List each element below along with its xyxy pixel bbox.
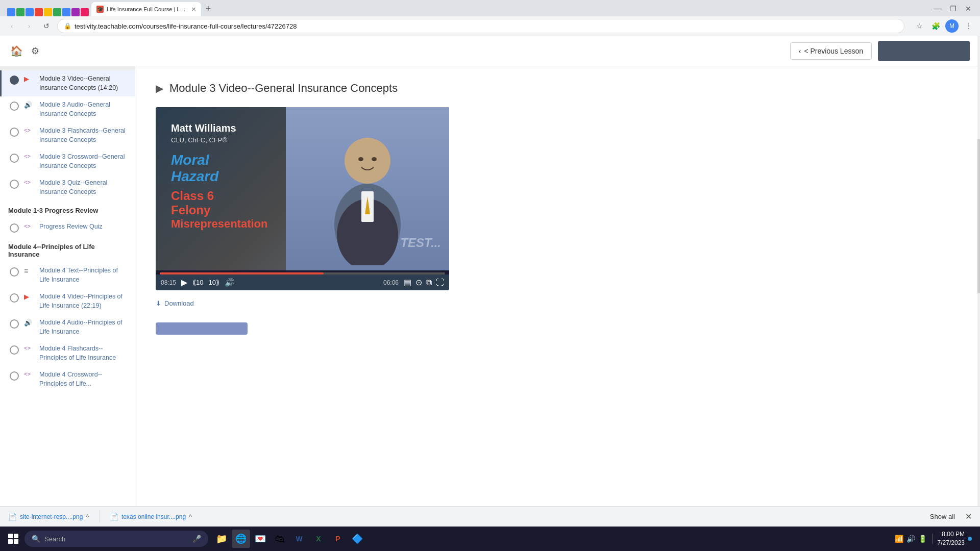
tab-close-btn[interactable]: ✕	[191, 6, 196, 13]
sidebar-item-m4-audio[interactable]: 🔊 Module 4 Audio--Principles of Life Ins…	[0, 314, 135, 340]
flashcard-type-icon: <>	[24, 127, 34, 133]
taskbar-app-store[interactable]: 🛍	[271, 530, 289, 548]
taskbar-app-chrome[interactable]: 🌐	[232, 530, 250, 548]
lesson-label-progress-quiz: Progress Review Quiz	[39, 222, 103, 232]
systray-divider	[932, 534, 933, 544]
prev-arrow-icon: ‹	[799, 47, 801, 55]
active-tab[interactable]: 🎓 Life Insurance Full Course | Lec... ✕	[91, 2, 201, 16]
profile-icon[interactable]: M	[945, 19, 959, 33]
sidebar-item-m4-text[interactable]: ≡ Module 4 Text--Principles of Life Insu…	[0, 262, 135, 288]
video-pip-btn[interactable]: ⧉	[426, 278, 432, 287]
taskbar: 🔍 Search 🎤 📁 🌐 💌 🛍 W X P 🔷 📶 🔊 🔋 8:00 PM…	[0, 527, 980, 551]
sidebar-item-m3-video[interactable]: ▶ Module 3 Video--General Insurance Conc…	[0, 70, 135, 96]
sidebar-item-m3-quiz[interactable]: <> Module 3 Quiz--General Insurance Conc…	[0, 174, 135, 201]
main-layout: ▶ Module 3 Video--General Insurance Conc…	[0, 66, 980, 551]
taskbar-app-word[interactable]: W	[290, 530, 308, 548]
home-icon[interactable]: 🏠	[10, 45, 23, 57]
show-all-button[interactable]: Show all	[930, 513, 955, 520]
video-right-controls: ▤ ⊙ ⧉ ⛶	[404, 278, 444, 287]
back-btn[interactable]: ‹	[5, 19, 18, 33]
sidebar: ▶ Module 3 Video--General Insurance Conc…	[0, 66, 135, 551]
app-container: 🏠 ⚙ ‹ < Previous Lesson ▶ Module 3 Video…	[0, 36, 980, 551]
extensions-icon[interactable]: 🧩	[929, 19, 942, 33]
taskbar-app-mail[interactable]: 💌	[251, 530, 270, 548]
sidebar-item-m4-flash[interactable]: <> Module 4 Flashcards--Principles of Li…	[0, 340, 135, 366]
download-item-chevron-2[interactable]: ^	[189, 513, 192, 520]
windows-square-bl	[8, 539, 13, 544]
sound-icon[interactable]: 🔊	[906, 535, 915, 543]
video-settings-btn[interactable]: ⊙	[415, 278, 422, 287]
forward-btn[interactable]: ›	[22, 19, 36, 33]
svg-point-1	[345, 138, 390, 184]
network-icon[interactable]: 📶	[895, 535, 903, 543]
bookmark-star-icon[interactable]: ☆	[913, 19, 926, 33]
reload-btn[interactable]: ↺	[40, 19, 53, 33]
video-progress-container	[156, 270, 449, 274]
lesson-circle-m3-quiz	[10, 180, 19, 189]
svg-point-6	[372, 157, 377, 161]
more-options-icon[interactable]: ⋮	[962, 19, 975, 33]
taskbar-search-bar[interactable]: 🔍 Search 🎤	[24, 531, 208, 547]
taskbar-time: 8:00 PM	[938, 530, 965, 539]
download-button[interactable]: ⬇ Download	[156, 296, 194, 310]
address-bar[interactable]: 🔒 testivity.teachable.com/courses/life-i…	[57, 19, 904, 33]
download-file-name-1[interactable]: site-internet-resp....png	[20, 513, 83, 520]
video-progress-bar[interactable]	[160, 272, 445, 274]
taskbar-search-icon: 🔍	[32, 535, 40, 543]
start-button[interactable]	[4, 530, 22, 548]
restore-btn[interactable]: ❐	[946, 2, 960, 15]
taskbar-app-excel[interactable]: X	[309, 530, 328, 548]
taskbar-app-files[interactable]: 📁	[212, 530, 231, 548]
download-file-name-2[interactable]: texas online insur....png	[121, 513, 186, 520]
windows-square-tl	[8, 534, 13, 538]
clock[interactable]: 8:00 PM 7/27/2023	[938, 530, 965, 547]
top-bar-left: 🏠 ⚙	[10, 45, 39, 57]
video-skip-back-btn[interactable]: ⟪10	[192, 279, 203, 286]
sidebar-item-progress-quiz[interactable]: <> Progress Review Quiz	[0, 218, 135, 237]
content-area: ▶ Module 3 Video--General Insurance Conc…	[135, 66, 980, 551]
video-volume-btn[interactable]: 🔊	[225, 278, 235, 287]
sidebar-scroll-top	[0, 66, 135, 70]
battery-icon[interactable]: 🔋	[918, 535, 927, 543]
taskbar-search-text: Search	[44, 535, 65, 543]
sidebar-item-m4-cross[interactable]: <> Module 4 Crossword--Principles of Lif…	[0, 366, 135, 392]
video-progress-fill	[160, 272, 324, 274]
sidebar-item-m4-video[interactable]: ▶ Module 4 Video--Principles of Life Ins…	[0, 288, 135, 314]
video-current-time: 08:15	[161, 279, 176, 286]
module4-title: Module 4--Principles of Life Insurance	[0, 237, 135, 262]
download-file-icon-1: 📄	[8, 513, 17, 521]
taskbar-app-edge[interactable]: 🔷	[348, 530, 366, 548]
lesson-label-m3-cross: Module 3 Crossword--General Insurance Co…	[39, 153, 127, 170]
minimize-btn[interactable]: —	[931, 2, 944, 15]
video-skip-forward-btn[interactable]: 10⟫	[209, 279, 219, 286]
video-fullscreen-btn[interactable]: ⛶	[436, 278, 444, 287]
close-btn[interactable]: ✕	[962, 2, 975, 15]
crossword-type-icon: <>	[24, 153, 34, 159]
module3-section: ▶ Module 3 Video--General Insurance Conc…	[0, 70, 135, 201]
browser-tab-bar: 🎓 Life Insurance Full Course | Lec... ✕ …	[0, 0, 980, 16]
browser-chrome: 🎓 Life Insurance Full Course | Lec... ✕ …	[0, 0, 980, 36]
sidebar-item-m3-flash[interactable]: <> Module 3 Flashcards--General Insuranc…	[0, 122, 135, 148]
taskbar-app-ppt[interactable]: P	[329, 530, 347, 548]
windows-logo	[8, 534, 18, 544]
browser-action-buttons: ☆ 🧩 M ⋮	[913, 19, 975, 33]
crossword-type-icon-m4: <>	[24, 371, 34, 377]
sidebar-item-m3-audio[interactable]: 🔊 Module 3 Audio--General Insurance Conc…	[0, 96, 135, 122]
lesson-circle-m3-cross	[10, 154, 19, 163]
lesson-label-m4-audio: Module 4 Audio--Principles of Life Insur…	[39, 318, 127, 336]
progress-quiz-type-icon: <>	[24, 223, 34, 229]
lesson-circle-m4-video	[10, 293, 19, 303]
download-item-chevron-1[interactable]: ^	[86, 513, 89, 520]
module4-section: Module 4--Principles of Life Insurance ≡…	[0, 237, 135, 392]
prev-lesson-button[interactable]: ‹ < Previous Lesson	[790, 42, 872, 60]
next-lesson-button[interactable]	[878, 41, 970, 61]
sidebar-item-m3-cross[interactable]: <> Module 3 Crossword--General Insurance…	[0, 148, 135, 174]
video-captions-btn[interactable]: ▤	[404, 278, 411, 287]
download-bar-close-icon[interactable]: ✕	[965, 512, 972, 521]
new-tab-btn[interactable]: +	[202, 2, 215, 15]
video-play-button[interactable]: ▶	[181, 278, 187, 287]
flashcard-type-icon-m4: <>	[24, 345, 34, 351]
download-file-icon-2: 📄	[110, 513, 118, 521]
settings-icon[interactable]: ⚙	[31, 45, 39, 57]
complete-button[interactable]	[156, 322, 248, 335]
